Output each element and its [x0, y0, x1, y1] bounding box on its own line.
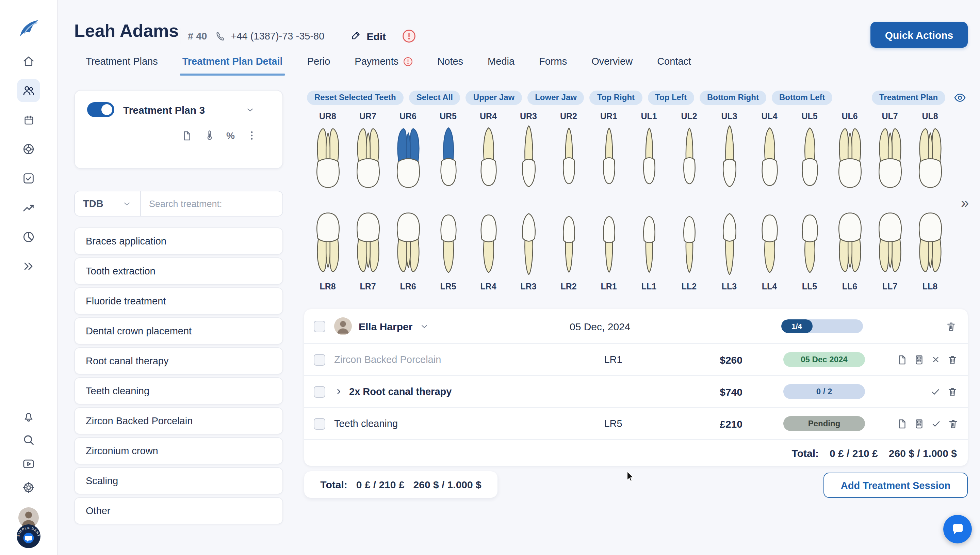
tasks-icon[interactable]	[17, 167, 40, 190]
tooth-ur3[interactable]	[517, 124, 540, 192]
tooth-ul2[interactable]	[678, 124, 700, 192]
plan-toggle[interactable]	[87, 102, 114, 117]
treatment-db-select[interactable]: TDB	[74, 191, 140, 217]
tooth-ur7[interactable]	[352, 124, 384, 192]
action-pos-icon[interactable]	[913, 354, 925, 365]
analytics-icon[interactable]	[17, 196, 40, 219]
tooth-ul5[interactable]	[796, 124, 822, 192]
plan-chevron-down-icon[interactable]	[245, 104, 255, 115]
patients-icon[interactable]	[17, 79, 40, 102]
tab-treatment-plans[interactable]: Treatment Plans	[86, 55, 158, 75]
tooth-ll1[interactable]	[638, 209, 660, 276]
edit-button[interactable]: Edit	[350, 29, 386, 43]
quick-actions-button[interactable]: Quick Actions	[870, 22, 968, 48]
tooth-ll7[interactable]	[874, 209, 905, 276]
action-pos-icon[interactable]	[913, 418, 925, 429]
chip-bottom-right[interactable]: Bottom Right	[700, 91, 766, 105]
search-icon[interactable]	[17, 428, 40, 451]
tab-treatment-plan-detail[interactable]: Treatment Plan Detail	[182, 55, 283, 75]
tooth-ul7[interactable]	[874, 124, 905, 192]
treatment-item-dental-crown-placement[interactable]: Dental crown placement	[74, 318, 283, 345]
tab-contact[interactable]: Contact	[657, 55, 691, 75]
action-trash-icon[interactable]	[946, 354, 958, 365]
home-icon[interactable]	[17, 50, 40, 73]
settings-icon[interactable]	[17, 476, 40, 499]
chip-lower-jaw[interactable]: Lower Jaw	[528, 91, 584, 105]
action-x-icon[interactable]	[930, 354, 941, 365]
treatment-item-zirconium-crown[interactable]: Zirconium crown	[74, 437, 283, 464]
eye-icon[interactable]	[953, 91, 966, 104]
action-trash-icon[interactable]	[946, 386, 958, 397]
tab-payments[interactable]: Payments	[355, 55, 413, 75]
chip-upper-jaw[interactable]: Upper Jaw	[466, 91, 522, 105]
action-check-icon[interactable]	[930, 386, 941, 397]
tooth-ll2[interactable]	[678, 209, 700, 276]
row-checkbox[interactable]	[314, 386, 325, 397]
tab-overview[interactable]: Overview	[592, 55, 633, 75]
tooth-ul3[interactable]	[718, 124, 741, 192]
tooth-lr3[interactable]	[517, 209, 540, 276]
treatment-item-other[interactable]: Other	[74, 497, 283, 525]
tutorials-icon[interactable]	[17, 452, 40, 475]
tab-perio[interactable]: Perio	[307, 55, 330, 75]
tooth-lr6[interactable]	[392, 209, 424, 276]
tooth-lr1[interactable]	[598, 209, 620, 276]
reports-icon[interactable]	[17, 225, 40, 249]
patient-alert-icon[interactable]	[401, 29, 417, 43]
tooth-lr2[interactable]	[558, 209, 579, 276]
tooth-lr4[interactable]	[475, 209, 501, 276]
tooth-ll6[interactable]	[834, 209, 865, 276]
tooth-ll4[interactable]	[756, 209, 782, 276]
action-doc-icon[interactable]	[896, 418, 908, 429]
treatment-plan-chip[interactable]: Treatment Plan	[872, 91, 945, 105]
action-check-icon[interactable]	[930, 418, 942, 429]
tooth-ur8[interactable]	[312, 124, 343, 192]
treatment-item-scaling[interactable]: Scaling	[74, 467, 283, 494]
treatment-item-root-canal-therapy[interactable]: Root canal therapy	[74, 347, 283, 375]
fast-forward-icon[interactable]	[17, 255, 40, 278]
treatment-item-zircon-backed-porcelain[interactable]: Zircon Backed Porcelain	[74, 407, 283, 435]
tooth-ul6[interactable]	[834, 124, 865, 192]
chip-bottom-left[interactable]: Bottom Left	[772, 91, 833, 105]
tooth-lr5[interactable]	[435, 209, 461, 276]
chip-top-left[interactable]: Top Left	[647, 91, 694, 105]
row-checkbox[interactable]	[314, 418, 325, 429]
notifications-icon[interactable]	[17, 404, 40, 428]
treatment-search-input[interactable]	[140, 191, 283, 217]
tooth-ur4[interactable]	[475, 124, 501, 192]
chip-select-all[interactable]: Select All	[409, 91, 460, 105]
tooth-lr7[interactable]	[352, 209, 384, 276]
tooth-ul8[interactable]	[914, 124, 946, 192]
calendar-icon[interactable]	[17, 108, 40, 132]
tooth-ul1[interactable]	[638, 124, 660, 192]
session-chevron-down-icon[interactable]	[419, 321, 429, 331]
action-doc-icon[interactable]	[896, 354, 908, 365]
action-trash-icon[interactable]	[947, 418, 959, 429]
treatment-item-fluoride-treatment[interactable]: Fluoride treatment	[74, 287, 283, 314]
tooth-ul4[interactable]	[756, 124, 782, 192]
tab-notes[interactable]: Notes	[437, 55, 463, 75]
tooth-ur5[interactable]	[435, 124, 461, 192]
treatment-item-tooth-extraction[interactable]: Tooth extraction	[74, 257, 283, 285]
chip-top-right[interactable]: Top Right	[590, 91, 642, 105]
tooth-ll5[interactable]	[796, 209, 822, 276]
kebab-menu-icon[interactable]	[246, 129, 258, 142]
percent-icon[interactable]: %	[226, 130, 235, 141]
chat-launcher-button[interactable]	[943, 515, 972, 544]
tab-media[interactable]: Media	[488, 55, 515, 75]
tab-forms[interactable]: Forms	[539, 55, 567, 75]
chip-reset-selected-teeth[interactable]: Reset Selected Teeth	[307, 91, 404, 105]
tooth-ll8[interactable]	[914, 209, 946, 276]
tooth-ur1[interactable]	[598, 124, 620, 192]
collapse-panel-icon[interactable]: »	[961, 196, 969, 210]
session-trash-icon[interactable]	[945, 321, 957, 332]
tooth-ur2[interactable]	[558, 124, 579, 192]
row-checkbox[interactable]	[314, 354, 325, 365]
tooth-lr8[interactable]	[312, 209, 343, 276]
add-treatment-session-button[interactable]: Add Treatment Session	[823, 473, 968, 498]
tooth-ll3[interactable]	[718, 209, 741, 276]
expand-chevron-icon[interactable]	[334, 387, 344, 396]
brand-chat-badge-icon[interactable]: SIMPLE DENT	[16, 524, 41, 549]
treatment-item-teeth-cleaning[interactable]: Teeth cleaning	[74, 377, 283, 404]
thermometer-icon[interactable]	[203, 129, 216, 142]
